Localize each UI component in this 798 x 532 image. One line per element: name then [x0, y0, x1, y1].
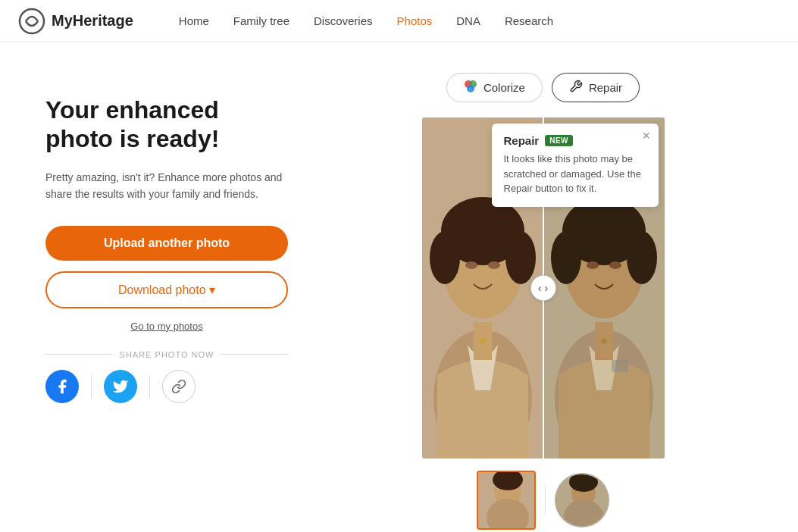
upload-another-button[interactable]: Upload another photo	[45, 226, 288, 261]
photo-viewer: ‹ › ✕ Repair NEW It looks like this phot…	[422, 117, 665, 458]
thumbnail-enhanced-img	[478, 472, 536, 530]
navbar: MyHeritage Home Family tree Discoveries …	[0, 0, 798, 42]
thumbnail-original[interactable]	[555, 473, 609, 527]
repair-tooltip: ✕ Repair NEW It looks like this photo ma…	[492, 124, 659, 207]
share-divider-2	[149, 375, 150, 398]
logo-icon	[18, 8, 45, 35]
link-icon	[171, 379, 186, 394]
svg-point-23	[601, 338, 607, 344]
tooltip-body: It looks like this photo may be scratche…	[504, 152, 646, 196]
photo-container: ‹ › ✕ Repair NEW It looks like this phot…	[422, 117, 665, 458]
share-label: SHARE PHOTO NOW	[45, 350, 288, 359]
svg-point-22	[609, 261, 621, 269]
colorize-label: Colorize	[483, 81, 525, 94]
svg-point-11	[465, 261, 477, 269]
repair-icon	[569, 80, 583, 95]
toggle-row: Colorize Repair	[446, 73, 640, 102]
slider-handle[interactable]: ‹ ›	[530, 275, 556, 301]
colorize-toggle[interactable]: Colorize	[446, 73, 543, 102]
svg-point-10	[505, 231, 536, 284]
twitter-icon	[112, 378, 129, 395]
svg-point-3	[467, 85, 474, 92]
nav-links: Home Family tree Discoveries Photos DNA …	[179, 11, 780, 30]
tooltip-title: Repair NEW	[504, 134, 646, 147]
nav-discoveries[interactable]: Discoveries	[314, 11, 373, 30]
nav-photos[interactable]: Photos	[397, 11, 433, 30]
dropdown-arrow-icon: ▾	[209, 283, 215, 296]
nav-research[interactable]: Research	[505, 11, 553, 30]
copy-link-button[interactable]	[162, 370, 196, 403]
nav-home[interactable]: Home	[179, 11, 209, 30]
svg-point-21	[587, 261, 599, 269]
svg-rect-24	[612, 360, 628, 372]
svg-point-0	[20, 9, 44, 33]
svg-point-9	[430, 231, 460, 284]
svg-point-12	[488, 261, 500, 269]
subtitle: Pretty amazing, isn't it? Enhance more p…	[45, 169, 288, 203]
share-icons	[45, 370, 288, 403]
thumbnail-enhanced[interactable]	[477, 471, 536, 530]
tooltip-close-button[interactable]: ✕	[642, 130, 651, 142]
page-title: Your enhanced photo is ready!	[45, 95, 288, 154]
nav-dna[interactable]: DNA	[456, 11, 480, 30]
facebook-icon	[54, 378, 70, 395]
thumbnail-original-img	[556, 474, 609, 527]
share-divider-1	[91, 375, 92, 398]
logo[interactable]: MyHeritage	[18, 8, 133, 35]
nav-family-tree[interactable]: Family tree	[233, 11, 289, 30]
colorize-icon	[464, 80, 477, 95]
right-panel: Colorize Repair	[333, 73, 753, 530]
slider-arrows-icon: ‹ ›	[538, 282, 548, 294]
download-photo-button[interactable]: Download photo ▾	[45, 271, 288, 308]
thumbnails	[477, 471, 609, 530]
new-badge: NEW	[545, 135, 573, 146]
svg-point-19	[551, 231, 581, 284]
go-to-photos-link[interactable]: Go to my photos	[45, 321, 288, 332]
share-section: SHARE PHOTO NOW	[45, 350, 288, 403]
thumbnail-divider	[545, 485, 546, 515]
repair-toggle[interactable]: Repair	[552, 73, 640, 102]
twitter-share-button[interactable]	[104, 370, 137, 403]
svg-point-13	[480, 338, 486, 344]
facebook-share-button[interactable]	[45, 370, 79, 403]
main-content: Your enhanced photo is ready! Pretty ama…	[0, 42, 798, 532]
repair-label: Repair	[589, 81, 622, 94]
svg-point-20	[627, 231, 657, 284]
logo-text: MyHeritage	[52, 12, 133, 30]
left-panel: Your enhanced photo is ready! Pretty ama…	[45, 73, 288, 530]
